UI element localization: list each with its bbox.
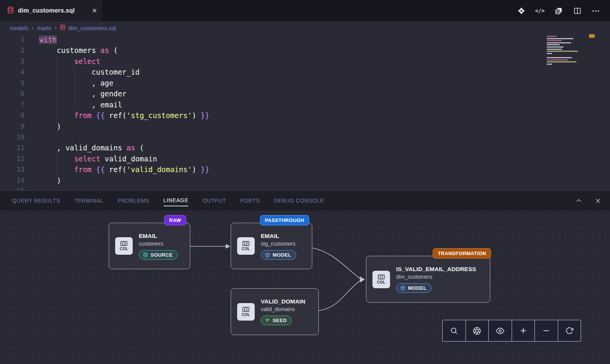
panel-tabs: QUERY RESULTSTERMINALPROBLEMSLINEAGEOUTP… xyxy=(12,195,324,206)
code-line[interactable]: 13 from {{ ref('valid_domains') }} xyxy=(0,164,610,175)
editor-tab[interactable]: dim_customers.sql ✕ xyxy=(0,0,103,21)
code-line[interactable]: 6 , gender xyxy=(0,88,610,99)
code-preview-icon[interactable]: </> xyxy=(536,6,544,15)
node-subtitle: customers xyxy=(139,241,178,247)
lineage-node-valid-domain[interactable]: COL VALID_DOMAIN valid_domains SEED xyxy=(231,288,319,335)
database-icon xyxy=(143,252,148,257)
breadcrumb-item-models[interactable]: models xyxy=(10,25,28,31)
panel-actions xyxy=(575,197,602,204)
node-title: EMAIL xyxy=(139,233,178,239)
code-line[interactable]: 3 select xyxy=(0,56,610,67)
breadcrumb-file[interactable]: dim_customers.sql xyxy=(60,24,116,31)
lineage-node-email-stg-customers[interactable]: PASSTHROUGH COL EMAIL stg_customers MODE… xyxy=(231,223,312,269)
breadcrumb-item-marts[interactable]: marts xyxy=(37,25,51,31)
aperture-icon[interactable] xyxy=(466,320,489,341)
line-number: 15 xyxy=(0,186,24,190)
code-editor[interactable]: 1with2 customers as (3 select4 customer_… xyxy=(0,34,610,190)
column-icon: COL xyxy=(237,303,255,321)
node-title: EMAIL xyxy=(261,233,296,239)
search-icon[interactable] xyxy=(443,320,466,341)
line-number: 3 xyxy=(0,56,24,67)
transformation-badge: TRANSFORMATION xyxy=(433,248,491,259)
panel-tab-lineage[interactable]: LINEAGE xyxy=(164,195,189,206)
code-line[interactable]: 15 xyxy=(0,186,610,190)
col-label: COL xyxy=(120,247,128,251)
lineage-canvas[interactable]: RAW COL EMAIL customers SOURCE PASSTHROU… xyxy=(0,211,610,364)
line-number: 4 xyxy=(0,67,24,77)
node-subtitle: valid_domains xyxy=(261,306,305,312)
query-results-icon[interactable] xyxy=(554,6,563,15)
zoom-in-icon[interactable] xyxy=(512,320,535,341)
node-title: VALID_DOMAIN xyxy=(261,298,305,305)
cube-icon xyxy=(400,286,405,291)
line-number: 11 xyxy=(0,142,24,153)
dbt-logo-icon[interactable] xyxy=(517,6,525,15)
panel-tab-debug-console[interactable]: DEBUG CONSOLE xyxy=(274,195,324,206)
line-number: 2 xyxy=(0,45,24,56)
bottom-panel-bar: QUERY RESULTSTERMINALPROBLEMSLINEAGEOUTP… xyxy=(0,190,610,211)
code-line[interactable]: 4 customer_id xyxy=(0,67,610,77)
code-line[interactable]: 8 from {{ ref('stg_customers') }} xyxy=(0,110,610,121)
zoom-out-icon[interactable] xyxy=(535,320,558,341)
line-number: 12 xyxy=(0,153,24,164)
lineage-node-email-customers[interactable]: RAW COL EMAIL customers SOURCE xyxy=(109,223,190,269)
tab-title: dim_customers.sql xyxy=(18,7,75,14)
col-label: COL xyxy=(242,247,250,251)
model-badge: MODEL xyxy=(261,250,296,260)
column-icon: COL xyxy=(372,271,390,288)
lineage-toolbar xyxy=(442,320,581,342)
close-panel-icon[interactable] xyxy=(594,197,602,204)
split-editor-icon[interactable] xyxy=(573,6,581,15)
code-line[interactable]: 9 ) xyxy=(0,121,610,132)
panel-tab-problems[interactable]: PROBLEMS xyxy=(117,195,149,206)
indent-guide xyxy=(74,67,75,110)
cube-icon xyxy=(265,252,270,257)
minimap[interactable] xyxy=(547,35,585,65)
code-line[interactable]: 11 , valid_domains as ( xyxy=(0,142,610,153)
panel-tab-query-results[interactable]: QUERY RESULTS xyxy=(12,195,60,206)
line-number: 14 xyxy=(0,175,24,186)
titlebar-actions: </> ⋯ xyxy=(517,0,610,21)
lineage-node-is-valid-email-address[interactable]: TRANSFORMATION COL IS_VALID_EMAIL_ADDRES… xyxy=(366,256,490,303)
line-number: 5 xyxy=(0,78,24,88)
code-line[interactable]: 1with xyxy=(0,34,610,45)
raw-badge: RAW xyxy=(164,215,186,225)
scrollbar-annotation xyxy=(589,34,595,38)
seedling-icon xyxy=(265,318,270,323)
eye-icon[interactable] xyxy=(489,320,512,341)
column-icon: COL xyxy=(115,237,133,255)
indent-guide xyxy=(57,153,57,175)
code-line[interactable]: 2 customers as ( xyxy=(0,45,610,56)
column-icon: COL xyxy=(237,237,255,255)
more-actions-icon[interactable]: ⋯ xyxy=(592,6,600,15)
indent-guide xyxy=(57,56,57,121)
code-area[interactable]: 1with2 customers as (3 select4 customer_… xyxy=(0,34,610,190)
panel-tab-output[interactable]: OUTPUT xyxy=(202,195,226,206)
breadcrumb: models › marts › dim_customers.sql xyxy=(0,21,610,34)
title-bar: dim_customers.sql ✕ </> ⋯ xyxy=(0,0,610,21)
col-label: COL xyxy=(242,313,250,317)
node-title: IS_VALID_EMAIL_ADDRESS xyxy=(396,266,476,273)
close-tab-icon[interactable]: ✕ xyxy=(92,7,97,15)
code-line[interactable]: 12 select valid_domain xyxy=(0,153,610,164)
chevron-up-icon[interactable] xyxy=(575,197,583,204)
code-line[interactable]: 14 ) xyxy=(0,175,610,186)
code-line[interactable]: 7 , email xyxy=(0,99,610,110)
line-number: 1 xyxy=(0,34,24,45)
line-number: 8 xyxy=(0,110,24,121)
refresh-icon[interactable] xyxy=(558,320,581,341)
breadcrumb-file-name: dim_customers.sql xyxy=(68,25,116,31)
line-number: 9 xyxy=(0,121,24,132)
panel-tab-terminal[interactable]: TERMINAL xyxy=(74,195,103,206)
passthrough-badge: PASSTHROUGH xyxy=(260,215,309,225)
code-line[interactable]: 10 xyxy=(0,132,610,142)
seed-badge: SEED xyxy=(261,316,292,325)
node-subtitle: stg_customers xyxy=(261,241,296,247)
code-line[interactable]: 5 , age xyxy=(0,78,610,88)
model-badge: MODEL xyxy=(396,283,432,293)
panel-tab-ports[interactable]: PORTS xyxy=(240,195,260,206)
line-number: 10 xyxy=(0,132,24,142)
line-number: 7 xyxy=(0,99,24,110)
line-number: 6 xyxy=(0,88,24,99)
col-label: COL xyxy=(377,280,385,284)
